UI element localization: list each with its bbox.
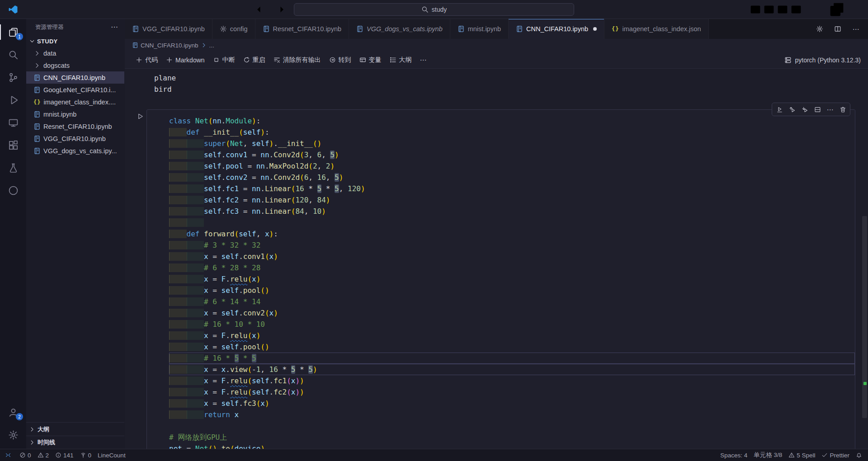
file-item-mnist.ipynb[interactable]: mnist.ipynb xyxy=(26,108,124,120)
status-remote-indicator[interactable] xyxy=(0,449,16,461)
minimize-button[interactable] xyxy=(806,0,826,19)
timeline-section[interactable]: 时间线 xyxy=(26,436,124,449)
activity-settings[interactable] xyxy=(0,423,26,446)
tab-CNN_CIFAR10.ipynb[interactable]: CNN_CIFAR10.ipynb xyxy=(509,19,604,39)
command-center-search[interactable]: study xyxy=(294,3,574,16)
nb-toolbar-more[interactable]: ⋯ xyxy=(416,54,430,66)
code-line[interactable]: x = F.relu(self.fc2(x)) xyxy=(169,386,855,398)
code-line[interactable]: # 16 * 10 * 10 xyxy=(169,319,855,330)
cell-action-splitcell[interactable] xyxy=(811,104,824,115)
code-line[interactable]: super(Net, self).__init__() xyxy=(169,138,855,149)
status-notifications[interactable] xyxy=(853,449,865,461)
cell-action-trash[interactable] xyxy=(836,104,849,115)
code-line[interactable]: class Net(nn.Module): xyxy=(169,115,855,127)
code-line[interactable] xyxy=(169,217,855,228)
nb-toolbar-转到[interactable]: 转到 xyxy=(326,54,355,66)
file-item-VGG_dogs_vs_cats.ipy...[interactable]: VGG_dogs_vs_cats.ipy... xyxy=(26,145,124,157)
cell-editor[interactable]: ⋯ class Net(nn.Module): def __init__(sel… xyxy=(146,109,855,449)
breadcrumb-more[interactable]: ... xyxy=(209,42,214,49)
code-line[interactable]: # 3 * 32 * 32 xyxy=(169,240,855,251)
nb-toolbar-变量[interactable]: 变量 xyxy=(356,54,385,66)
code-line[interactable]: self.conv2 = nn.Conv2d(6, 16, 5) xyxy=(169,172,855,183)
tab-Resnet_CIFAR10.ipynb[interactable]: Resnet_CIFAR10.ipynb xyxy=(255,19,349,39)
editor-action-more[interactable]: ⋯ xyxy=(850,23,862,35)
status-linecount[interactable]: LineCount xyxy=(94,449,129,461)
tab-imagenet_class_index.json[interactable]: {}imagenet_class_index.json xyxy=(604,19,709,39)
code-line[interactable]: self.pool = nn.MaxPool2d(2, 2) xyxy=(169,160,855,172)
code-line[interactable]: x = F.relu(x) xyxy=(169,273,855,285)
file-item-GoogLeNet_CIFAR10.i...[interactable]: GoogLeNet_CIFAR10.i... xyxy=(26,84,124,96)
folder-item-dogscats[interactable]: dogscats xyxy=(26,59,124,71)
tab-VGG_CIFAR10.ipynb[interactable]: VGG_CIFAR10.ipynb xyxy=(125,19,212,39)
explorer-more-actions-icon[interactable]: ⋯ xyxy=(111,24,118,31)
activity-extensions[interactable] xyxy=(0,134,26,156)
code-line[interactable]: x = self.conv2(x) xyxy=(169,307,855,319)
notebook-cell[interactable]: ⋯ class Net(nn.Module): def __init__(sel… xyxy=(133,109,855,449)
editor-action-split[interactable] xyxy=(832,23,844,35)
file-item-imagenet_class_index....[interactable]: {}imagenet_class_index.... xyxy=(26,96,124,108)
activity-source-control[interactable] xyxy=(0,66,26,89)
kernel-picker[interactable]: pytorch (Python 3.12.3) xyxy=(784,56,861,64)
code-line[interactable]: x = self.conv1(x) xyxy=(169,251,855,262)
customize-layout-button[interactable] xyxy=(790,4,802,15)
code-line[interactable]: self.fc3 = nn.Linear(84, 10) xyxy=(169,206,855,217)
cell-code[interactable]: class Net(nn.Module): def __init__(self)… xyxy=(147,110,855,449)
breadcrumb-file[interactable]: CNN_CIFAR10.ipynb xyxy=(141,42,198,49)
status-spell-checker[interactable]: 5 Spell xyxy=(785,449,818,461)
toggle-panel-button[interactable] xyxy=(763,4,775,15)
status-ports[interactable]: 0 xyxy=(77,449,95,461)
activity-accounts[interactable]: 2 xyxy=(0,401,26,423)
activity-run-and-debug[interactable] xyxy=(0,89,26,111)
code-line[interactable]: x = F.relu(x) xyxy=(169,330,855,341)
code-line[interactable]: x = self.pool() xyxy=(169,285,855,296)
explorer-section-study[interactable]: STUDY xyxy=(26,35,124,47)
code-line[interactable]: x = F.relu(self.fc1(x)) xyxy=(169,375,855,386)
code-line[interactable]: return x xyxy=(169,409,855,420)
activity-testing[interactable] xyxy=(0,156,26,179)
outline-section[interactable]: 大纲 xyxy=(26,423,124,436)
status-problems-infos[interactable]: 141 xyxy=(52,449,77,461)
restore-button[interactable] xyxy=(826,0,847,19)
activity-remote-explorer[interactable] xyxy=(0,111,26,134)
run-cell-button[interactable] xyxy=(136,113,144,120)
code-line[interactable]: self.fc1 = nn.Linear(16 * 5 * 5, 120) xyxy=(169,183,855,194)
code-line[interactable]: net = Net().to(device) xyxy=(169,443,855,449)
folder-item-data[interactable]: data xyxy=(26,47,124,59)
code-line[interactable]: # 6 * 28 * 28 xyxy=(169,262,855,273)
code-line[interactable]: def forward(self, x): xyxy=(169,228,855,240)
nb-toolbar-清除所有输出[interactable]: 清除所有输出 xyxy=(270,54,325,66)
code-line[interactable]: x = x.view(-1, 16 * 5 * 5) xyxy=(169,364,855,375)
status-problems-warnings[interactable]: 2 xyxy=(34,449,52,461)
activity-github[interactable] xyxy=(0,179,26,202)
nb-toolbar-大纲[interactable]: 大纲 xyxy=(386,54,415,66)
code-line[interactable] xyxy=(169,420,855,432)
code-line[interactable]: # 网络放到GPU上 xyxy=(169,432,855,443)
modified-dot-icon[interactable] xyxy=(593,27,597,31)
tab-config[interactable]: config xyxy=(212,19,255,39)
status-problems-errors[interactable]: 0 xyxy=(16,449,34,461)
code-line[interactable]: x = self.pool() xyxy=(169,341,855,353)
cell-action-more[interactable]: ⋯ xyxy=(824,104,836,115)
file-item-CNN_CIFAR10.ipynb[interactable]: CNN_CIFAR10.ipynb xyxy=(26,71,124,84)
code-line[interactable]: self.conv1 = nn.Conv2d(3, 6, 5) xyxy=(169,149,855,160)
activity-search[interactable] xyxy=(0,43,26,66)
code-line[interactable]: x = self.fc3(x) xyxy=(169,398,855,409)
nb-toolbar-重启[interactable]: 重启 xyxy=(240,54,269,66)
editor-scrollbar[interactable] xyxy=(862,216,867,418)
nb-toolbar-代码[interactable]: 代码 xyxy=(132,54,161,66)
tab-VGG_dogs_vs_cats.ipynb[interactable]: VGG_dogs_vs_cats.ipynb xyxy=(349,19,450,39)
file-item-Resnet_CIFAR10.ipynb[interactable]: Resnet_CIFAR10.ipynb xyxy=(26,120,124,132)
cell-action-runline[interactable] xyxy=(773,104,786,115)
cell-action-exec-below[interactable] xyxy=(798,104,811,115)
activity-explorer[interactable]: 1 xyxy=(0,21,26,43)
tab-mnist.ipynb[interactable]: mnist.ipynb xyxy=(450,19,509,39)
code-line[interactable]: self.fc2 = nn.Linear(120, 84) xyxy=(169,194,855,206)
code-line[interactable]: def __init__(self): xyxy=(169,127,855,138)
status-cell-position[interactable]: 单元格 3/8 xyxy=(750,449,785,461)
nav-forward-button[interactable] xyxy=(274,4,285,15)
status-prettier[interactable]: Prettier xyxy=(818,449,853,461)
editor-action-gear[interactable] xyxy=(814,23,826,35)
status-indentation[interactable]: Spaces: 4 xyxy=(717,449,750,461)
nav-back-button[interactable] xyxy=(255,4,267,15)
code-line[interactable]: # 16 * 5 * 5 xyxy=(169,353,855,364)
